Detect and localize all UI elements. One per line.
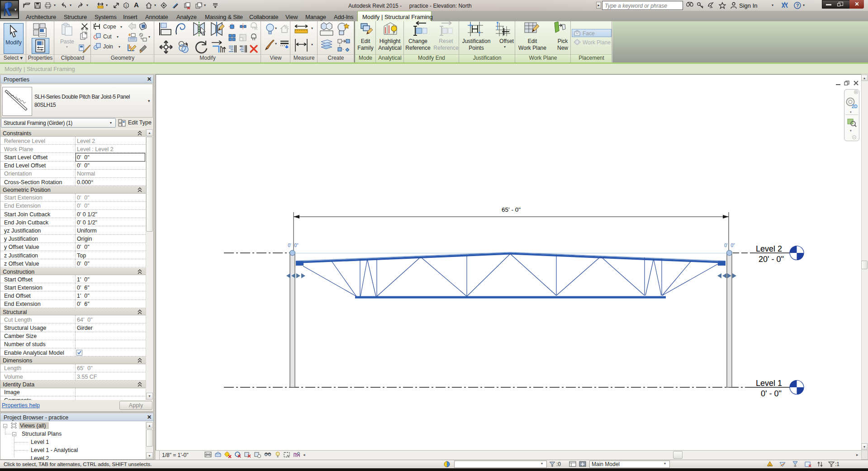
svg-text:?: ? (796, 3, 799, 8)
svg-text:0": 0" (730, 243, 735, 248)
svg-text:2D: 2D (852, 104, 858, 109)
svg-text:0": 0" (294, 243, 299, 248)
svg-text:65' - 0": 65' - 0" (502, 206, 521, 213)
svg-text:0': 0' (288, 243, 291, 248)
svg-text:Level 2: Level 2 (756, 244, 782, 253)
svg-text:Level 1: Level 1 (756, 379, 782, 388)
svg-text:0' - 0": 0' - 0" (761, 389, 782, 398)
svg-text:20' - 0": 20' - 0" (759, 255, 784, 264)
svg-text:1: 1 (125, 4, 128, 8)
svg-text:0': 0' (724, 243, 728, 248)
